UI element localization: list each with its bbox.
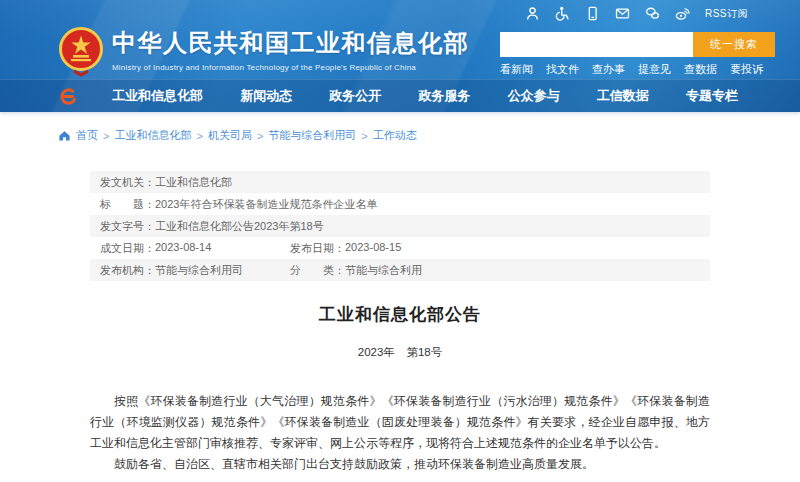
doc-info-value: 工业和信息化部公告2023年第18号 bbox=[155, 219, 324, 234]
doc-info-label: 成文日期： bbox=[100, 241, 155, 256]
accessibility-icon[interactable] bbox=[555, 6, 570, 21]
search-button[interactable]: 统一搜索 bbox=[693, 32, 775, 57]
doc-info-row-doc-number: 发文字号： 工业和信息化部公告2023年第18号 bbox=[90, 215, 710, 237]
document-info-table: 发文机关： 工业和信息化部 标 题： 2023年符合环保装备制造业规范条件企业名… bbox=[90, 171, 710, 281]
quick-link-news[interactable]: 看新闻 bbox=[500, 62, 533, 77]
article-content: 工业和信息化部公告 2023年 第18号 按照《环保装备制造行业（大气治理）规范… bbox=[90, 303, 710, 475]
breadcrumb-separator: > bbox=[257, 130, 263, 142]
breadcrumb: 首页 > 工业和信息化部 > 机关司局 > 节能与综合利用司 > 工作动态 bbox=[0, 112, 800, 143]
nav-item-public-participation[interactable]: 公众参与 bbox=[508, 87, 560, 105]
mail-icon[interactable] bbox=[615, 6, 630, 21]
search-input[interactable] bbox=[500, 32, 693, 57]
nav-item-news[interactable]: 新闻动态 bbox=[240, 87, 292, 105]
miit-logo-icon[interactable] bbox=[57, 86, 78, 107]
doc-info-label: 发文机关： bbox=[100, 175, 155, 190]
mobile-icon[interactable] bbox=[585, 6, 600, 21]
doc-info-label: 发布日期： bbox=[290, 241, 345, 256]
doc-info-label: 分 类： bbox=[290, 263, 345, 278]
doc-info-label: 发布机构： bbox=[100, 263, 155, 278]
quick-link-data[interactable]: 查数据 bbox=[684, 62, 717, 77]
main-navigation: 工业和信息化部 新闻动态 政务公开 政务服务 公众参与 工信数据 专题专栏 bbox=[0, 79, 800, 112]
nav-item-gov-services[interactable]: 政务服务 bbox=[418, 87, 470, 105]
nav-item-data[interactable]: 工信数据 bbox=[597, 87, 649, 105]
doc-info-row-issuing-authority: 发文机关： 工业和信息化部 bbox=[90, 171, 710, 193]
nav-item-ministry[interactable]: 工业和信息化部 bbox=[112, 87, 203, 105]
quick-link-documents[interactable]: 找文件 bbox=[546, 62, 579, 77]
doc-info-label: 发文字号： bbox=[100, 219, 155, 234]
doc-info-value: 2023-08-15 bbox=[345, 241, 401, 256]
breadcrumb-departments[interactable]: 机关司局 bbox=[208, 128, 252, 143]
topbar-utility-icons: RSS订阅 bbox=[525, 6, 748, 21]
wechat-icon[interactable] bbox=[645, 6, 660, 21]
quick-link-services[interactable]: 查办事 bbox=[592, 62, 625, 77]
breadcrumb-energy-dept[interactable]: 节能与综合利用司 bbox=[268, 128, 356, 143]
site-header: RSS订阅 中华人民共和国工业和信息化部 Ministry of Industr… bbox=[0, 0, 800, 112]
search-quick-links: 看新闻 找文件 查办事 提意见 查数据 要投诉 bbox=[500, 62, 763, 77]
quick-link-opinions[interactable]: 提意见 bbox=[638, 62, 671, 77]
site-subtitle-english: Ministry of Industry and Information Tec… bbox=[112, 63, 469, 72]
breadcrumb-separator: > bbox=[103, 130, 109, 142]
quick-link-complaints[interactable]: 要投诉 bbox=[730, 62, 763, 77]
weibo-icon[interactable] bbox=[675, 6, 690, 21]
article-body: 按照《环保装备制造行业（大气治理）规范条件》《环保装备制造行业（污水治理）规范条… bbox=[90, 391, 710, 475]
breadcrumb-separator: > bbox=[196, 130, 202, 142]
doc-info-value: 节能与综合利用 bbox=[345, 263, 422, 278]
doc-info-row-dates: 成文日期： 2023-08-14 发布日期： 2023-08-15 bbox=[90, 237, 710, 259]
nav-items: 工业和信息化部 新闻动态 政务公开 政务服务 公众参与 工信数据 专题专栏 bbox=[0, 87, 800, 105]
doc-info-row-publisher-category: 发布机构： 节能与综合利用司 分 类： 节能与综合利用 bbox=[90, 259, 710, 281]
doc-info-value: 2023年符合环保装备制造业规范条件企业名单 bbox=[155, 197, 377, 212]
article-paragraph: 鼓励各省、自治区、直辖市相关部门出台支持鼓励政策，推动环保装备制造业高质量发展。 bbox=[90, 454, 710, 475]
doc-info-row-title: 标 题： 2023年符合环保装备制造业规范条件企业名单 bbox=[90, 193, 710, 215]
nav-item-gov-disclosure[interactable]: 政务公开 bbox=[329, 87, 381, 105]
home-icon[interactable] bbox=[58, 129, 71, 142]
doc-info-label: 标 题： bbox=[100, 197, 155, 212]
site-title: 中华人民共和国工业和信息化部 bbox=[112, 27, 469, 59]
nav-item-special-topics[interactable]: 专题专栏 bbox=[686, 87, 738, 105]
breadcrumb-separator: > bbox=[361, 130, 367, 142]
site-title-block[interactable]: 中华人民共和国工业和信息化部 Ministry of Industry and … bbox=[112, 27, 469, 72]
doc-info-value: 工业和信息化部 bbox=[155, 175, 232, 190]
breadcrumb-current-page: 工作动态 bbox=[373, 128, 417, 143]
national-emblem bbox=[58, 25, 104, 77]
breadcrumb-home[interactable]: 首页 bbox=[76, 128, 98, 143]
article-paragraph: 按照《环保装备制造行业（大气治理）规范条件》《环保装备制造行业（污水治理）规范条… bbox=[90, 391, 710, 454]
search-area: 统一搜索 bbox=[500, 32, 775, 57]
article-issue-number: 2023年 第18号 bbox=[90, 345, 710, 360]
article-title: 工业和信息化部公告 bbox=[90, 303, 710, 326]
doc-info-value: 节能与综合利用司 bbox=[155, 263, 243, 278]
doc-info-value: 2023-08-14 bbox=[155, 241, 211, 256]
rss-subscribe-link[interactable]: RSS订阅 bbox=[705, 7, 748, 21]
user-icon[interactable] bbox=[525, 6, 540, 21]
breadcrumb-ministry[interactable]: 工业和信息化部 bbox=[114, 128, 191, 143]
